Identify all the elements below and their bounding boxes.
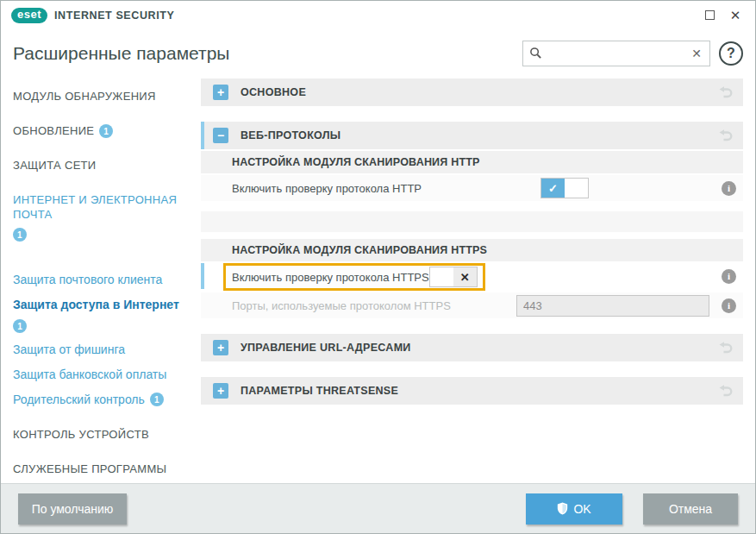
- product-name: INTERNET SECURITY: [54, 9, 174, 22]
- section-basic-title: ОСНОВНОЕ: [241, 86, 306, 98]
- sidebar-item-tools[interactable]: СЛУЖЕБНЫЕ ПРОГРАММЫ: [13, 462, 192, 476]
- eset-logo-text: eset: [17, 8, 41, 21]
- https-protocol-toggle[interactable]: ✕: [429, 267, 478, 287]
- undo-icon[interactable]: [717, 127, 734, 144]
- section-threatsense-title: ПАРАМЕТРЫ THREATSENSE: [241, 385, 398, 397]
- https-ports-label: Порты, используемые протоколом HTTPS: [232, 299, 451, 312]
- sidebar-item-email-client-protection[interactable]: Защита почтового клиента: [13, 272, 192, 288]
- undo-icon[interactable]: [717, 382, 734, 399]
- collapse-icon[interactable]: −: [213, 128, 228, 143]
- info-icon[interactable]: i: [722, 298, 736, 313]
- section-web-protocols-title: ВЕБ-ПРОТОКОЛЫ: [241, 129, 341, 141]
- sidebar-item-web-and-email[interactable]: ИНТЕРНЕТ И ЭЛЕКТРОННАЯ ПОЧТА1: [13, 192, 192, 242]
- undo-icon[interactable]: [717, 84, 734, 101]
- parental-badge: 1: [150, 393, 164, 406]
- info-icon[interactable]: i: [722, 181, 736, 196]
- http-toggle-label: Включить проверку протокола HTTP: [232, 182, 422, 195]
- cancel-button[interactable]: Отмена: [643, 493, 738, 525]
- section-web-protocols[interactable]: − ВЕБ-ПРОТОКОЛЫ: [201, 122, 743, 149]
- sidebar: МОДУЛЬ ОБНАРУЖЕНИЯ ОБНОВЛЕНИЕ1 ЗАЩИТА СЕ…: [1, 77, 201, 483]
- close-icon: ✕: [730, 9, 741, 22]
- uac-shield-icon: [557, 502, 568, 515]
- empty-row: [201, 211, 743, 232]
- sidebar-item-banking-protection[interactable]: Защита банковской оплаты: [13, 367, 192, 383]
- footer: По умолчанию OK Отмена: [1, 483, 755, 533]
- http-toggle-row: Включить проверку протокола HTTP ✓ i: [201, 175, 743, 201]
- settings-content: + ОСНОВНОЕ − ВЕБ-ПРОТОКОЛЫ НАСТРОЙКА МОД…: [201, 77, 755, 483]
- undo-icon[interactable]: [717, 339, 734, 356]
- https-toggle-row: Включить проверку протокола HTTPS ✕ i: [201, 261, 743, 291]
- sidebar-item-network-protection[interactable]: ЗАЩИТА СЕТИ: [13, 158, 192, 173]
- default-button[interactable]: По умолчанию: [18, 493, 127, 525]
- http-scanner-group-title: НАСТРОЙКА МОДУЛЯ СКАНИРОВАНИЯ HTTP: [201, 151, 743, 173]
- body: МОДУЛЬ ОБНАРУЖЕНИЯ ОБНОВЛЕНИЕ1 ЗАЩИТА СЕ…: [1, 77, 755, 483]
- eset-logo: eset: [11, 8, 47, 23]
- section-basic[interactable]: + ОСНОВНОЕ: [201, 79, 743, 106]
- help-icon: ?: [727, 46, 735, 61]
- sidebar-item-parental-control[interactable]: Родительский контроль1: [13, 392, 192, 408]
- expand-icon[interactable]: +: [213, 383, 228, 399]
- help-button[interactable]: ?: [719, 41, 743, 66]
- sidebar-item-web-access-protection[interactable]: Защита доступа в Интернет1: [13, 297, 192, 333]
- section-url-management-title: УПРАВЛЕНИЕ URL-АДРЕСАМИ: [241, 342, 411, 354]
- https-toggle-label: Включить проверку протокола HTTPS: [232, 271, 429, 284]
- https-scanner-group-title: НАСТРОЙКА МОДУЛЯ СКАНИРОВАНИЯ HTTPS: [201, 239, 743, 261]
- search-input[interactable]: [542, 47, 690, 60]
- sidebar-item-update[interactable]: ОБНОВЛЕНИЕ1: [13, 123, 192, 138]
- sidebar-item-detection-engine[interactable]: МОДУЛЬ ОБНАРУЖЕНИЯ: [13, 89, 192, 104]
- close-button[interactable]: ✕: [722, 5, 748, 26]
- toggle-check-icon: ✓: [541, 179, 565, 198]
- https-ports-input[interactable]: [516, 295, 709, 317]
- eset-advanced-setup-window: eset INTERNET SECURITY ✕ Расширенные пар…: [0, 0, 756, 534]
- expand-icon[interactable]: +: [213, 340, 228, 355]
- info-icon[interactable]: i: [722, 269, 736, 284]
- sidebar-item-antiphishing[interactable]: Защита от фишинга: [13, 342, 192, 358]
- page-header: Расширенные параметры ✕ ?: [1, 29, 755, 77]
- search-box[interactable]: ✕: [522, 41, 710, 66]
- maximize-button[interactable]: [697, 5, 722, 26]
- maximize-icon: [705, 10, 715, 20]
- expand-icon[interactable]: +: [213, 85, 228, 100]
- search-icon: [529, 47, 542, 60]
- page-title: Расширенные параметры: [13, 43, 229, 64]
- section-url-management[interactable]: + УПРАВЛЕНИЕ URL-АДРЕСАМИ: [201, 334, 743, 361]
- ok-button-label: OK: [573, 502, 590, 516]
- search-clear-icon[interactable]: ✕: [690, 47, 703, 60]
- toggle-cross-icon: ✕: [453, 267, 477, 286]
- https-ports-row: Порты, используемые протоколом HTTPS i: [201, 292, 743, 318]
- web-email-badge: 1: [13, 228, 27, 242]
- ok-button[interactable]: OK: [526, 493, 622, 525]
- section-threatsense[interactable]: + ПАРАМЕТРЫ THREATSENSE: [201, 377, 743, 405]
- http-protocol-toggle[interactable]: ✓: [540, 178, 589, 198]
- titlebar: eset INTERNET SECURITY ✕: [1, 1, 755, 29]
- update-badge: 1: [99, 124, 113, 138]
- web-access-badge: 1: [13, 319, 27, 333]
- sidebar-item-device-control[interactable]: КОНТРОЛЬ УСТРОЙСТВ: [13, 427, 192, 442]
- https-toggle-highlight: Включить проверку протокола HTTPS ✕: [223, 263, 485, 291]
